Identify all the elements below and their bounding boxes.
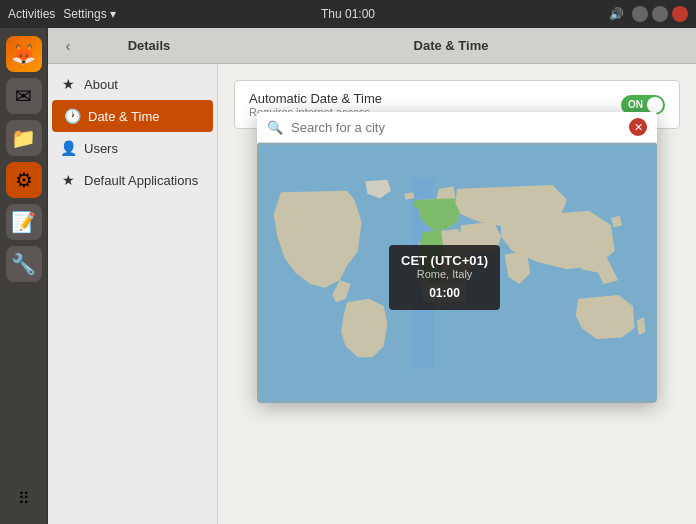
nav-label-default-apps: Default Applications: [84, 173, 198, 188]
tooltip-city: Rome, Italy: [401, 268, 488, 280]
section-title: Details: [84, 38, 214, 53]
back-button[interactable]: ‹: [56, 34, 80, 58]
users-icon: 👤: [60, 140, 76, 156]
settings-window: ‹ Details Date & Time ★ About 🕐 Date & T…: [48, 28, 696, 524]
map-inner: CET (UTC+01) Rome, Italy 01:00: [259, 145, 655, 401]
datetime-icon: 🕐: [64, 108, 80, 124]
city-search-input[interactable]: [291, 120, 621, 135]
settings-body: ★ About 🕐 Date & Time 👤 Users ★ Default …: [48, 64, 696, 524]
clock: Thu 01:00: [321, 7, 375, 21]
toggle-knob: [647, 97, 663, 113]
toggle-on-label: ON: [628, 99, 643, 110]
notes-icon[interactable]: 📝: [6, 204, 42, 240]
world-map-container[interactable]: CET (UTC+01) Rome, Italy 01:00: [257, 143, 657, 403]
search-icon: 🔍: [267, 120, 283, 135]
settings-label: Settings: [63, 7, 106, 21]
nav-label-date-time: Date & Time: [88, 109, 160, 124]
nav-item-date-time[interactable]: 🕐 Date & Time: [52, 100, 213, 132]
volume-icon: 🔊: [609, 7, 624, 21]
dock: 🦊 ✉ 📁 ⚙ 📝 🔧 ⠿: [0, 28, 48, 524]
nav-label-users: Users: [84, 141, 118, 156]
search-bar: 🔍 ✕: [257, 112, 657, 143]
settings-nav: ★ About 🕐 Date & Time 👤 Users ★ Default …: [48, 64, 218, 524]
tools-icon[interactable]: 🔧: [6, 246, 42, 282]
tooltip-timezone: CET (UTC+01): [401, 253, 488, 268]
nav-item-default-apps[interactable]: ★ Default Applications: [48, 164, 217, 196]
map-tooltip: CET (UTC+01) Rome, Italy 01:00: [389, 245, 500, 310]
apps-icon[interactable]: ⠿: [6, 480, 42, 516]
page-title: Date & Time: [214, 38, 688, 53]
window-controls: [632, 6, 688, 22]
tooltip-time: 01:00: [423, 284, 466, 302]
settings-header: ‹ Details Date & Time: [48, 28, 696, 64]
nav-item-users[interactable]: 👤 Users: [48, 132, 217, 164]
default-apps-icon: ★: [60, 172, 76, 188]
settings-menu[interactable]: Settings ▾: [63, 7, 115, 21]
nav-item-about[interactable]: ★ About: [48, 68, 217, 100]
main-layout: 🦊 ✉ 📁 ⚙ 📝 🔧 ⠿ ‹ Details Date & Time ★ Ab…: [0, 28, 696, 524]
city-search-overlay: 🔍 ✕: [257, 112, 657, 403]
files-icon[interactable]: 📁: [6, 120, 42, 156]
maximize-button[interactable]: [652, 6, 668, 22]
minimize-button[interactable]: [632, 6, 648, 22]
settings-arrow-icon: ▾: [110, 7, 116, 21]
settings-content: Automatic Date & Time Requires internet …: [218, 64, 696, 524]
settings-icon[interactable]: ⚙: [6, 162, 42, 198]
activities-button[interactable]: Activities: [8, 7, 55, 21]
mail-icon[interactable]: ✉: [6, 78, 42, 114]
about-icon: ★: [60, 76, 76, 92]
nav-label-about: About: [84, 77, 118, 92]
firefox-icon[interactable]: 🦊: [6, 36, 42, 72]
search-close-button[interactable]: ✕: [629, 118, 647, 136]
top-bar: Activities Settings ▾ Thu 01:00 🔊: [0, 0, 696, 28]
auto-date-title: Automatic Date & Time: [249, 91, 382, 106]
close-button[interactable]: [672, 6, 688, 22]
